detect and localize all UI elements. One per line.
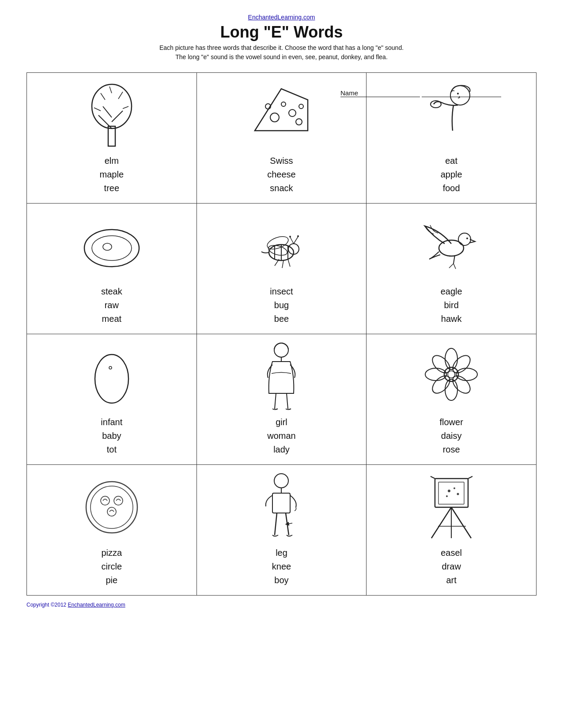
- cell-eagle-bird-hawk: eaglebirdhawk: [367, 204, 537, 334]
- svg-line-69: [287, 523, 292, 524]
- svg-point-63: [107, 507, 116, 516]
- svg-point-64: [274, 474, 288, 488]
- word-option[interactable]: eat: [441, 154, 462, 168]
- word-option[interactable]: bug: [270, 298, 293, 312]
- word-option[interactable]: boy: [272, 573, 291, 587]
- word-option[interactable]: elm: [100, 154, 124, 168]
- words-elm-maple-tree: elmmapletree: [100, 154, 124, 195]
- svg-line-1: [98, 115, 112, 128]
- word-option[interactable]: snack: [267, 181, 296, 195]
- image-flower: [371, 341, 532, 412]
- word-option[interactable]: eagle: [441, 285, 462, 298]
- image-tree: [31, 80, 192, 151]
- word-option[interactable]: lady: [267, 443, 295, 456]
- word-option[interactable]: food: [441, 181, 462, 195]
- word-option[interactable]: circle: [101, 560, 122, 573]
- word-option[interactable]: hawk: [441, 312, 462, 326]
- cell-insect-bug-bee: insectbugbee: [196, 204, 367, 334]
- word-option[interactable]: raw: [101, 298, 122, 312]
- svg-point-52: [456, 368, 477, 381]
- cell-infant-baby-tot: infantbabytot: [27, 334, 197, 465]
- word-option[interactable]: rose: [439, 443, 463, 456]
- svg-point-55: [429, 373, 453, 396]
- svg-line-9: [123, 106, 128, 109]
- word-option[interactable]: art: [441, 573, 462, 587]
- copyright-year: ©2012: [51, 602, 67, 608]
- word-option[interactable]: easel: [441, 546, 462, 560]
- word-option[interactable]: woman: [267, 429, 295, 443]
- image-eagle: [371, 211, 532, 281]
- word-option[interactable]: infant: [101, 415, 122, 429]
- word-option[interactable]: bird: [441, 298, 462, 312]
- svg-point-74: [457, 493, 459, 495]
- svg-point-49: [445, 348, 457, 370]
- word-option[interactable]: bee: [270, 312, 293, 326]
- svg-line-36: [288, 259, 290, 267]
- word-option[interactable]: baby: [101, 429, 122, 443]
- word-option[interactable]: flower: [439, 415, 463, 429]
- words-insect-bug-bee: insectbugbee: [270, 285, 293, 326]
- svg-line-67: [275, 513, 277, 535]
- svg-line-76: [431, 507, 451, 538]
- page-title: Long "E" Words: [26, 23, 537, 41]
- site-link[interactable]: EnchantedLearning.com: [248, 14, 315, 21]
- word-option[interactable]: knee: [272, 560, 291, 573]
- word-option[interactable]: tot: [101, 443, 122, 456]
- word-option[interactable]: Swiss: [267, 154, 296, 168]
- svg-point-38: [458, 233, 471, 245]
- svg-rect-66: [272, 493, 290, 513]
- svg-point-54: [450, 352, 473, 376]
- svg-line-6: [110, 87, 112, 93]
- svg-point-61: [101, 496, 110, 505]
- svg-point-43: [95, 355, 128, 403]
- svg-rect-0: [108, 126, 115, 146]
- cell-girl-woman-lady: girlwomanlady: [196, 334, 367, 465]
- image-cheese: [201, 80, 362, 151]
- word-option[interactable]: maple: [100, 168, 124, 181]
- word-option[interactable]: apple: [441, 168, 462, 181]
- svg-point-72: [448, 490, 450, 492]
- svg-line-5: [101, 93, 105, 100]
- word-option[interactable]: tree: [100, 181, 124, 195]
- word-grid: elmmapletree Swisscheesesnack: [26, 72, 537, 596]
- word-option[interactable]: draw: [441, 560, 462, 573]
- svg-line-41: [449, 264, 453, 268]
- svg-line-35: [282, 260, 283, 268]
- word-option[interactable]: girl: [267, 415, 295, 429]
- image-pizza: [31, 472, 192, 543]
- image-steak: [31, 211, 192, 281]
- svg-point-12: [289, 109, 296, 117]
- word-option[interactable]: insect: [270, 285, 293, 298]
- svg-line-8: [94, 108, 101, 111]
- word-option[interactable]: daisy: [439, 429, 463, 443]
- word-option[interactable]: steak: [101, 285, 122, 298]
- cell-pizza-circle-pie: pizzacirclepie: [27, 465, 197, 596]
- cell-elm-maple-tree: elmmapletree: [27, 73, 197, 204]
- cell-easel-draw-art: easeldrawart: [367, 465, 537, 596]
- svg-line-28: [290, 237, 294, 244]
- cell-flower-daisy-rose: flowerdaisyrose: [367, 334, 537, 465]
- name-field: Name: [339, 89, 501, 97]
- svg-point-44: [109, 366, 112, 369]
- svg-point-22: [103, 243, 112, 250]
- words-leg-knee-boy: legkneeboy: [272, 546, 291, 587]
- svg-line-48: [287, 393, 288, 409]
- image-bee: [201, 211, 362, 281]
- word-option[interactable]: pizza: [101, 546, 122, 560]
- word-option[interactable]: pie: [101, 573, 122, 587]
- svg-point-73: [453, 487, 455, 489]
- svg-point-56: [450, 373, 473, 396]
- svg-point-14: [296, 119, 302, 125]
- svg-line-7: [118, 92, 123, 99]
- svg-line-77: [451, 507, 471, 538]
- word-option[interactable]: meat: [101, 312, 122, 326]
- svg-point-16: [299, 104, 303, 109]
- svg-line-42: [453, 264, 456, 269]
- svg-point-51: [425, 368, 446, 381]
- word-option[interactable]: cheese: [267, 168, 296, 181]
- footer-site-link[interactable]: EnchantedLearning.com: [68, 602, 125, 608]
- svg-point-15: [281, 102, 286, 106]
- image-easel: [371, 472, 532, 543]
- word-option[interactable]: leg: [272, 546, 291, 560]
- svg-line-29: [294, 237, 298, 244]
